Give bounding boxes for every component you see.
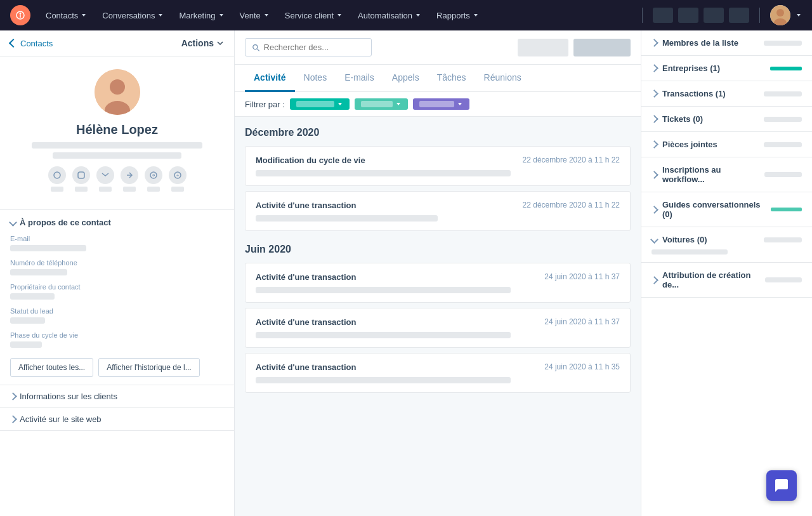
tab-taches[interactable]: Tâches [428, 65, 475, 92]
right-section-pieces-header[interactable]: Pièces jointes [652, 140, 802, 149]
pieces-title: Pièces jointes [662, 140, 717, 149]
right-section-pieces: Pièces jointes [641, 132, 812, 157]
right-section-guides-header[interactable]: Guides conversationnels (0) [652, 200, 802, 219]
workflow-sk [764, 172, 802, 177]
nav-icon-btn-4[interactable] [729, 8, 749, 23]
attribution-title: Attribution de création de... [662, 270, 765, 289]
customer-info-section[interactable]: Informations sur les clients [0, 385, 234, 408]
main-content: Activité Notes E-mails Appels Tâches Réu… [235, 30, 641, 516]
actions-button[interactable]: Actions [181, 38, 224, 48]
attribution-sk [765, 277, 802, 282]
social-icon-5[interactable] [145, 166, 162, 184]
transactions-chevron-icon [652, 89, 657, 98]
breadcrumb-back[interactable]: Contacts [10, 39, 53, 48]
social-icon-4[interactable] [121, 166, 138, 184]
social-icon-1[interactable] [48, 166, 66, 184]
actions-label: Actions [181, 38, 214, 48]
breadcrumb-label: Contacts [20, 39, 53, 48]
activity-title-0-1: Activité d'une transaction [256, 201, 356, 210]
voitures-sk-long [652, 249, 728, 255]
site-activity-section[interactable]: Activité sur le site web [0, 408, 234, 431]
activity-card-1-0: Activité d'une transaction 24 juin 2020 … [245, 263, 631, 303]
nav-marketing[interactable]: Marketing [174, 8, 229, 23]
social-icon-2[interactable] [72, 166, 90, 184]
right-section-membres-header[interactable]: Membres de la liste [652, 38, 802, 48]
about-section-header[interactable]: À propos de ce contact [10, 218, 224, 227]
chat-fab[interactable] [766, 470, 797, 501]
field-owner-label: Propriétaire du contact [10, 283, 224, 291]
nav-service-client[interactable]: Service client [280, 8, 348, 23]
nav-automatisation[interactable]: Automatisation [353, 8, 426, 23]
entreprises-title: Entreprises (1) [662, 63, 720, 73]
tab-appels[interactable]: Appels [383, 65, 428, 92]
right-section-workflow-header[interactable]: Inscriptions au workflow... [652, 165, 802, 184]
right-section-transactions-header[interactable]: Transactions (1) [652, 89, 802, 98]
hubspot-logo[interactable] [10, 5, 30, 25]
tab-activite[interactable]: Activité [245, 65, 295, 92]
tickets-sk [764, 117, 802, 122]
right-panel: Membres de la liste Entreprises (1) Tran… [641, 30, 812, 516]
toolbar-filter-sk-1 [518, 39, 568, 56]
filter-row: Filtrer par : [235, 92, 641, 117]
tab-reunions[interactable]: Réunions [475, 65, 530, 92]
filter-chip-3[interactable] [413, 98, 469, 110]
right-section-workflow: Inscriptions au workflow... [641, 157, 812, 192]
tab-notes[interactable]: Notes [295, 65, 336, 92]
activity-card-1-2-header: Activité d'une transaction 24 juin 2020 … [256, 362, 620, 372]
profile-skeletons [10, 142, 224, 159]
voitures-sk [764, 237, 802, 242]
tabs-bar: Activité Notes E-mails Appels Tâches Réu… [235, 65, 641, 92]
customer-info-chevron-icon [10, 392, 16, 401]
right-section-voitures: Voitures (0) [641, 227, 812, 263]
right-section-attribution-header[interactable]: Attribution de création de... [652, 270, 802, 289]
right-section-voitures-header[interactable]: Voitures (0) [652, 235, 802, 244]
svg-point-1 [20, 13, 22, 15]
activity-sk-0-0 [256, 170, 511, 176]
svg-point-14 [253, 44, 258, 49]
nav-contacts[interactable]: Contacts [41, 8, 92, 23]
tickets-title: Tickets (0) [662, 114, 703, 124]
right-section-guides-left: Guides conversationnels (0) [652, 200, 771, 219]
filter-chip-2-chevron-icon [395, 101, 402, 107]
main-toolbar [235, 30, 641, 65]
nav-icon-btn-3[interactable] [704, 8, 724, 23]
social-icon-6[interactable]: + [169, 166, 187, 184]
search-input[interactable] [264, 43, 365, 52]
profile-avatar [95, 69, 140, 115]
customer-info-label: Informations sur les clients [20, 392, 224, 401]
field-lifecycle: Phase du cycle de vie [10, 331, 224, 348]
user-avatar[interactable] [770, 5, 790, 25]
pieces-sk [764, 142, 802, 147]
field-email-value [10, 245, 86, 251]
field-email: E-mail [10, 235, 224, 251]
activity-card-0-0-header: Modification du cycle de vie 22 décembre… [256, 155, 620, 165]
activity-title-1-0: Activité d'une transaction [256, 272, 356, 282]
search-box[interactable] [245, 38, 372, 56]
filter-chip-3-label [419, 101, 454, 107]
right-section-membres: Membres de la liste [641, 30, 812, 56]
nav-icon-btn-1[interactable] [653, 8, 673, 23]
filter-chip-1[interactable] [290, 98, 350, 110]
show-history-button[interactable]: Afficher l'historique de l... [98, 358, 199, 377]
filter-chip-2[interactable] [355, 98, 408, 110]
activity-date-0-0: 22 décembre 2020 à 11 h 22 [523, 155, 620, 164]
nav-icon-btn-2[interactable] [678, 8, 698, 23]
nav-rapports[interactable]: Rapports [431, 8, 484, 23]
social-icon-3[interactable] [96, 166, 114, 184]
transactions-sk [764, 91, 802, 96]
show-all-button[interactable]: Afficher toutes les... [10, 358, 93, 377]
right-section-entreprises-header[interactable]: Entreprises (1) [652, 63, 802, 73]
right-section-tickets-header[interactable]: Tickets (0) [652, 114, 802, 124]
field-lead-value [10, 317, 45, 324]
filter-chip-1-label [296, 101, 334, 107]
field-owner-value [10, 293, 55, 300]
nav-conversations[interactable]: Conversations [97, 8, 169, 23]
activity-title-1-2: Activité d'une transaction [256, 362, 356, 372]
membres-chevron-icon [652, 38, 657, 48]
activity-title-0-0: Modification du cycle de vie [256, 155, 365, 165]
nav-vente[interactable]: Vente [235, 8, 275, 23]
field-phone-value [10, 269, 67, 275]
tab-emails[interactable]: E-mails [336, 65, 383, 92]
activity-card-1-1-header: Activité d'une transaction 24 juin 2020 … [256, 317, 620, 327]
transactions-title: Transactions (1) [662, 89, 726, 98]
